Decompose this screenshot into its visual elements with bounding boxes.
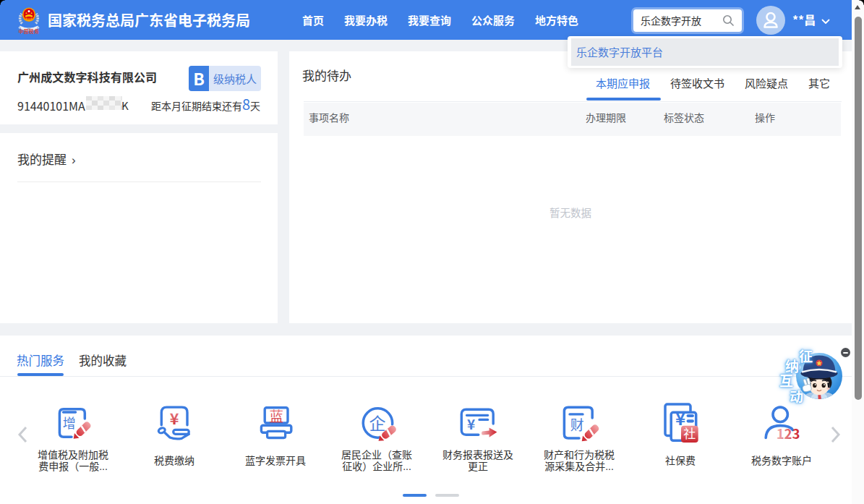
- svg-text:财: 财: [570, 414, 584, 434]
- svg-text:123: 123: [777, 424, 800, 443]
- svg-text:蓝: 蓝: [270, 405, 284, 426]
- svg-text:社: 社: [683, 424, 696, 442]
- svg-text:企: 企: [369, 410, 386, 435]
- svg-text:¥: ¥: [467, 414, 475, 433]
- svg-text:增: 增: [63, 413, 76, 432]
- svg-text:中国税务: 中国税务: [19, 27, 40, 34]
- svg-text:¥: ¥: [170, 406, 179, 429]
